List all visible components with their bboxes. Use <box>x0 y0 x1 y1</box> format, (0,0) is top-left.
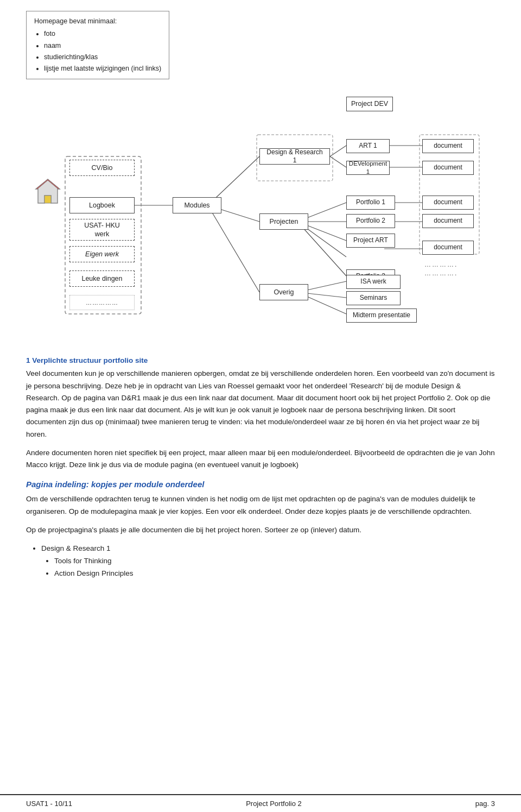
svg-rect-1 <box>45 196 51 203</box>
paragraph-2: Andere documenten horen niet specifiek b… <box>26 447 495 471</box>
node-eigen-werk: Eigen werk <box>69 246 135 262</box>
node-leuke-dingen: Leuke dingen <box>69 270 135 287</box>
node-doc4: document <box>422 214 474 228</box>
node-seminars: Seminars <box>346 291 401 305</box>
sub-item-tools-for-thinking: Tools for Thinking <box>54 555 495 568</box>
bullet-item-design-research: Design & Research 1 Tools for Thinking A… <box>41 543 495 580</box>
paragraph-4: Op de projectpagina's plaats je alle doc… <box>26 524 495 536</box>
footer-left: USAT1 - 10/11 <box>26 800 72 808</box>
svg-line-7 <box>330 146 346 156</box>
node-projecten: Projecten <box>259 213 308 230</box>
footer-right: pag. 3 <box>475 800 495 808</box>
node-dots-left: …………… <box>69 295 135 310</box>
node-midterm: Midterm presentatie <box>346 309 417 323</box>
node-usat: USAT- HKUwerk <box>69 219 135 241</box>
sub-list: Tools for Thinking Action Design Princip… <box>54 555 495 580</box>
node-overig: Overig <box>259 284 308 300</box>
note-item-naam: naam <box>44 40 161 52</box>
node-project-art: Project ART <box>346 234 395 248</box>
node-portfolio1: Portfolio 1 <box>346 196 395 210</box>
paragraph-3: Om de verschillende opdrachten terug te … <box>26 493 495 518</box>
node-doc5: document <box>422 241 474 255</box>
node-doc3: document <box>422 196 474 210</box>
node-doc2: document <box>422 161 474 175</box>
node-art1: ART 1 <box>346 139 390 153</box>
footer-center: Project Portfolio 2 <box>246 800 302 808</box>
note-list: foto naam studierichting/klas lijstje me… <box>34 28 161 74</box>
footer: USAT1 - 10/11 Project Portfolio 2 pag. 3 <box>0 794 521 812</box>
node-isa-werk: ISA werk <box>346 275 401 289</box>
node-portfolio2: Portfolio 2 <box>346 214 395 228</box>
node-doc1: document <box>422 139 474 153</box>
bullet-list: Design & Research 1 Tools for Thinking A… <box>41 543 495 580</box>
note-item-foto: foto <box>44 28 161 40</box>
dots-right2: …………. <box>424 269 458 277</box>
italic-heading: Pagina indeling: kopjes per module onder… <box>26 480 495 489</box>
diagram-area: CV/Bio Logboek USAT- HKUwerk Eigen werk … <box>26 97 495 347</box>
note-box: Homepage bevat minimaal: foto naam studi… <box>26 11 169 79</box>
svg-line-6 <box>208 205 259 292</box>
paragraph-1: Veel documenten kun je op verschillende … <box>26 368 495 440</box>
node-logboek: Logboek <box>69 197 135 213</box>
node-modules: Modules <box>173 197 221 213</box>
section-heading: 1 Verplichte structuur portfolio site <box>26 356 495 364</box>
node-design-research: Design & Research 1 <box>259 148 330 165</box>
svg-line-15 <box>297 222 346 276</box>
node-development1: DEVelopment 1 <box>346 161 390 175</box>
dots-right1: …………. <box>424 261 458 268</box>
note-item-wijzigingen: lijstje met laatste wijzigingen (incl li… <box>44 63 161 74</box>
note-title: Homepage bevat minimaal: <box>34 16 161 27</box>
node-cvbio: CV/Bio <box>69 160 135 176</box>
svg-line-8 <box>330 156 346 167</box>
node-project-dev: Project DEV <box>346 97 393 111</box>
sub-item-action-design-principles: Action Design Principles <box>54 568 495 580</box>
home-icon <box>34 177 62 207</box>
note-item-studie: studierichting/klas <box>44 52 161 63</box>
